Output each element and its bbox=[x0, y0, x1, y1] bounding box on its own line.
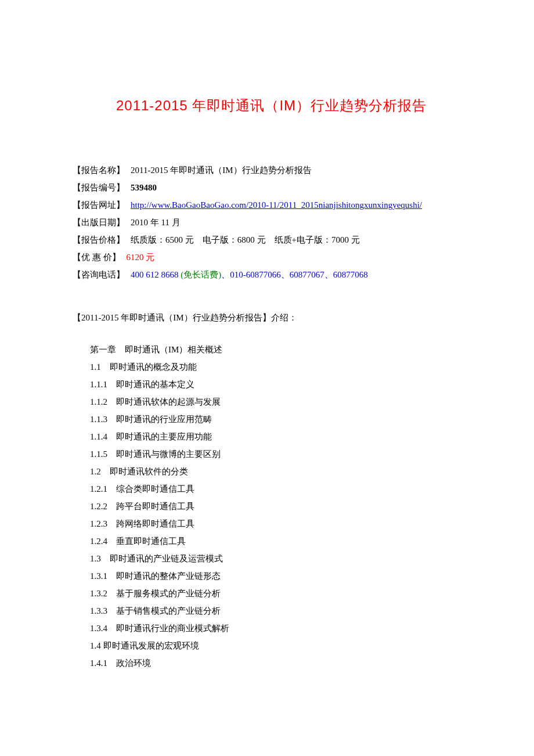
meta-value-discount: 6120 元 bbox=[127, 249, 155, 266]
intro-heading: 【2011-2015 年即时通讯（IM）行业趋势分析报告】介绍： bbox=[73, 312, 470, 323]
toc-item: 1.3.2 基于服务模式的产业链分析 bbox=[90, 585, 470, 602]
report-url-link[interactable]: http://www.BaoGaoBaoGao.com/2010-11/2011… bbox=[131, 196, 422, 214]
toc-item: 1.2.1 综合类即时通信工具 bbox=[90, 480, 470, 498]
toc-item: 1.1.1 即时通讯的基本定义 bbox=[90, 376, 470, 393]
toc-item: 1.3 即时通讯的产业链及运营模式 bbox=[90, 550, 470, 567]
meta-row-name: 【报告名称】 2011-2015 年即时通讯（IM）行业趋势分析报告 bbox=[73, 161, 470, 179]
report-title: 2011-2015 年即时通讯（IM）行业趋势分析报告 bbox=[73, 96, 470, 115]
toc-item: 1.3.1 即时通讯的整体产业链形态 bbox=[90, 567, 470, 585]
meta-row-discount: 【优 惠 价】 6120 元 bbox=[73, 249, 470, 266]
toc-item: 第一章 即时通讯（IM）相关概述 bbox=[90, 341, 470, 358]
toc-item: 1.1 即时通讯的概念及功能 bbox=[90, 358, 470, 376]
phone-note: (免长话费) bbox=[181, 270, 221, 279]
toc-item: 1.2.3 跨网络即时通信工具 bbox=[90, 515, 470, 532]
report-metadata: 【报告名称】 2011-2015 年即时通讯（IM）行业趋势分析报告 【报告编号… bbox=[73, 161, 470, 283]
toc-item: 1.1.4 即时通讯的主要应用功能 bbox=[90, 428, 470, 445]
meta-row-date: 【出版日期】 2010 年 11 月 bbox=[73, 214, 470, 231]
toc-item: 1.2.4 垂直即时通信工具 bbox=[90, 532, 470, 550]
meta-row-id: 【报告编号】 539480 bbox=[73, 179, 470, 196]
meta-label: 【报告编号】 bbox=[73, 179, 125, 196]
toc-item: 1.1.5 即时通讯与微博的主要区别 bbox=[90, 445, 470, 463]
meta-value-phone: 400 612 8668 (免长话费)、010-60877066、6087706… bbox=[131, 266, 368, 283]
meta-label: 【报告名称】 bbox=[73, 161, 125, 179]
meta-label: 【优 惠 价】 bbox=[73, 249, 121, 266]
table-of-contents: 第一章 即时通讯（IM）相关概述 1.1 即时通讯的概念及功能 1.1.1 即时… bbox=[73, 341, 470, 672]
toc-item: 1.1.2 即时通讯软体的起源与发展 bbox=[90, 393, 470, 411]
toc-item: 1.4 即时通讯发展的宏观环境 bbox=[90, 637, 470, 654]
meta-value-price: 纸质版：6500 元 电子版：6800 元 纸质+电子版：7000 元 bbox=[131, 231, 360, 249]
toc-item: 1.4.1 政治环境 bbox=[90, 654, 470, 672]
meta-value-id: 539480 bbox=[131, 179, 157, 196]
meta-label: 【出版日期】 bbox=[73, 214, 125, 231]
meta-label: 【报告网址】 bbox=[73, 196, 125, 214]
meta-label: 【报告价格】 bbox=[73, 231, 125, 249]
toc-item: 1.2.2 跨平台即时通信工具 bbox=[90, 498, 470, 515]
meta-label: 【咨询电话】 bbox=[73, 266, 125, 283]
meta-value-name: 2011-2015 年即时通讯（IM）行业趋势分析报告 bbox=[131, 161, 312, 179]
phone-rest: 、010-60877066、60877067、60877068 bbox=[221, 270, 368, 279]
toc-item: 1.1.3 即时通讯的行业应用范畴 bbox=[90, 411, 470, 428]
phone-main: 400 612 8668 bbox=[131, 270, 181, 279]
toc-item: 1.2 即时通讯软件的分类 bbox=[90, 463, 470, 480]
meta-row-phone: 【咨询电话】 400 612 8668 (免长话费)、010-60877066、… bbox=[73, 266, 470, 283]
meta-row-url: 【报告网址】 http://www.BaoGaoBaoGao.com/2010-… bbox=[73, 196, 470, 214]
meta-value-date: 2010 年 11 月 bbox=[131, 214, 181, 231]
meta-row-price: 【报告价格】 纸质版：6500 元 电子版：6800 元 纸质+电子版：7000… bbox=[73, 231, 470, 249]
document-page: 2011-2015 年即时通讯（IM）行业趋势分析报告 【报告名称】 2011-… bbox=[0, 0, 534, 707]
toc-item: 1.3.4 即时通讯行业的商业模式解析 bbox=[90, 620, 470, 637]
toc-item: 1.3.3 基于销售模式的产业链分析 bbox=[90, 602, 470, 620]
